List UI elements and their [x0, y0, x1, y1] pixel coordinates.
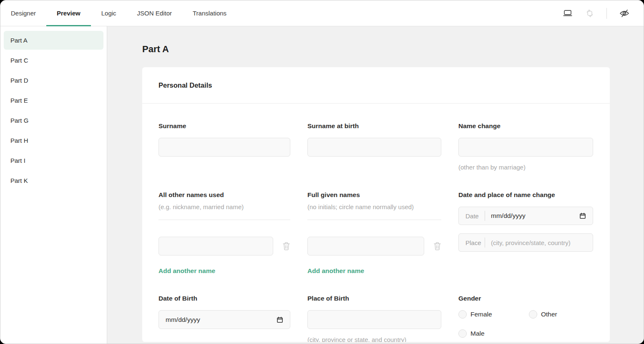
surname-at-birth-label: Surname at birth	[307, 122, 441, 130]
eye-off-icon[interactable]	[619, 8, 630, 19]
radio-icon[interactable]	[458, 329, 467, 338]
field-gender: Gender Female Other	[458, 294, 593, 342]
date-of-birth-label: Date of Birth	[158, 294, 290, 302]
other-name-entry	[158, 237, 290, 255]
place-placeholder: (city, province/state, country)	[491, 239, 571, 246]
field-divider	[307, 220, 441, 220]
top-tab-bar: Designer Preview Logic JSON Editor Trans…	[0, 0, 644, 26]
field-all-other-names: All other names used (e.g. nickname, mar…	[158, 191, 290, 275]
sidebar-item-part-c[interactable]: Part C	[4, 51, 103, 70]
place-of-birth-input[interactable]	[307, 310, 441, 329]
add-another-name-link[interactable]: Add another name	[158, 267, 215, 275]
trash-icon[interactable]	[282, 242, 290, 250]
sidebar-item-part-e[interactable]: Part E	[4, 91, 103, 110]
gender-female-label: Female	[470, 311, 492, 318]
gender-option-male[interactable]: Male	[458, 329, 529, 338]
full-given-names-label: Full given names	[307, 191, 441, 199]
topbar-actions	[562, 0, 644, 26]
surname-input[interactable]	[158, 138, 290, 157]
add-another-name-link[interactable]: Add another name	[307, 267, 364, 275]
all-other-names-label: All other names used	[158, 191, 290, 199]
given-name-input[interactable]	[307, 237, 424, 255]
tab-translations[interactable]: Translations	[182, 0, 237, 26]
page-title: Part A	[142, 44, 644, 55]
radio-icon[interactable]	[529, 310, 537, 319]
main-tabs: Designer Preview Logic JSON Editor Trans…	[0, 0, 237, 26]
field-full-given-names: Full given names (no initials; circle na…	[307, 191, 441, 275]
topbar-divider	[606, 8, 607, 19]
name-change-hint: (other than by marriage)	[458, 163, 593, 171]
name-change-input[interactable]	[458, 138, 593, 157]
name-change-label: Name change	[458, 122, 593, 130]
section-title: Personal Details	[142, 67, 610, 104]
form-preview-area: Part A Personal Details Surname Surname …	[107, 26, 644, 344]
field-date-of-birth: Date of Birth mm/dd/yyyy	[158, 294, 290, 342]
field-place-of-birth: Place of Birth (city, province or state,…	[307, 294, 441, 342]
calendar-icon[interactable]	[277, 316, 283, 323]
field-divider	[158, 220, 290, 220]
gender-male-label: Male	[470, 330, 485, 337]
surname-at-birth-input[interactable]	[307, 138, 441, 157]
field-name-change-details: Date and place of name change Date mm/dd…	[458, 191, 593, 275]
sidebar-item-part-i[interactable]: Part I	[4, 151, 103, 170]
sync-icon[interactable]	[585, 8, 595, 18]
parts-sidebar: Part A Part C Part D Part E Part G Part …	[0, 26, 107, 344]
name-change-details-label: Date and place of name change	[458, 191, 593, 199]
field-surname-at-birth: Surname at birth	[307, 122, 441, 171]
sidebar-item-part-a[interactable]: Part A	[4, 31, 103, 50]
place-prefix-label: Place	[465, 239, 484, 246]
given-name-entry	[307, 237, 441, 255]
laptop-icon[interactable]	[562, 8, 573, 19]
calendar-icon[interactable]	[579, 212, 586, 219]
date-of-birth-value: mm/dd/yyyy	[166, 316, 200, 324]
sidebar-item-part-g[interactable]: Part G	[4, 111, 103, 130]
tab-designer[interactable]: Designer	[0, 0, 46, 26]
surname-label: Surname	[158, 122, 290, 130]
tab-json-editor[interactable]: JSON Editor	[127, 0, 182, 26]
place-of-birth-hint: (city, province or state, and country)	[307, 336, 441, 342]
date-value: mm/dd/yyyy	[491, 212, 526, 220]
input-separator	[485, 238, 485, 248]
app-window: Designer Preview Logic JSON Editor Trans…	[0, 0, 644, 344]
full-given-names-hint: (no initials; circle name normally used)	[307, 203, 441, 211]
gender-other-label: Other	[541, 311, 557, 318]
name-change-place-input[interactable]: Place (city, province/state, country)	[458, 233, 593, 252]
date-prefix-label: Date	[465, 212, 484, 220]
sidebar-item-part-k[interactable]: Part K	[4, 171, 103, 190]
place-of-birth-label: Place of Birth	[307, 294, 441, 302]
name-change-date-input[interactable]: Date mm/dd/yyyy	[458, 207, 593, 225]
tab-logic[interactable]: Logic	[91, 0, 127, 26]
field-name-change: Name change (other than by marriage)	[458, 122, 593, 171]
sidebar-item-part-h[interactable]: Part H	[4, 131, 103, 150]
gender-options: Female Other Male	[458, 310, 593, 338]
trash-icon[interactable]	[433, 242, 441, 250]
tab-preview[interactable]: Preview	[46, 0, 91, 26]
gender-label: Gender	[458, 294, 593, 302]
field-surname: Surname	[158, 122, 290, 171]
personal-details-card: Personal Details Surname Surname at birt…	[142, 67, 610, 342]
date-of-birth-input[interactable]: mm/dd/yyyy	[158, 310, 290, 329]
all-other-names-hint: (e.g. nickname, married name)	[158, 203, 290, 211]
gender-option-other[interactable]: Other	[529, 310, 593, 319]
gender-option-female[interactable]: Female	[458, 310, 529, 319]
radio-icon[interactable]	[458, 310, 467, 319]
other-name-input[interactable]	[158, 237, 273, 255]
sidebar-item-part-d[interactable]: Part D	[4, 71, 103, 90]
input-separator	[485, 211, 485, 221]
